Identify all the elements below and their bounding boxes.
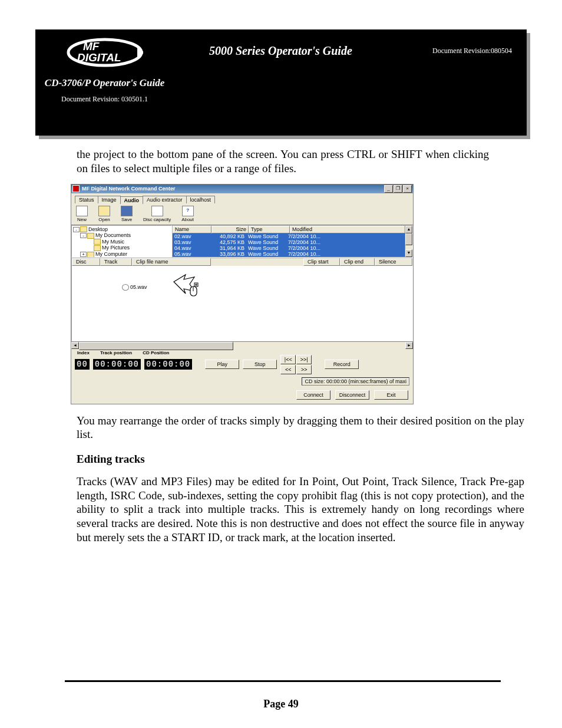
scroll-right-button[interactable]: ► [405, 342, 413, 349]
wav-icon [122, 284, 129, 291]
scroll-down-button[interactable]: ▼ [405, 249, 412, 257]
save-button[interactable]: Save [121, 206, 133, 222]
tab-audio-extractor[interactable]: Audio extractor [143, 196, 187, 203]
col-size[interactable]: Size [211, 226, 249, 233]
intro-paragraph: the project to the bottom pane of the sc… [77, 147, 489, 176]
restore-button[interactable]: ❐ [394, 185, 402, 193]
file-row[interactable]: 03.wav42,575 KBWave Sound7/2/2004 10... [173, 239, 412, 245]
playback-controls: Index Track position CD Position 00 00:0… [71, 349, 413, 375]
tree-item[interactable]: My Pictures [73, 245, 170, 251]
new-button[interactable]: New [76, 206, 88, 222]
tab-bar: StatusImageAudioAudio extractorlocalhost [75, 196, 409, 203]
tree-item[interactable]: +My Computer [73, 251, 170, 258]
document-revision: Document Revision:080504 [432, 44, 512, 55]
forward-button[interactable]: >> [296, 365, 312, 374]
tree-item[interactable]: -Desktop [73, 226, 170, 233]
col-clipfile[interactable]: Clip file name [132, 258, 211, 266]
about-icon: ? [182, 206, 194, 216]
scroll-left-button[interactable]: ◄ [71, 342, 79, 349]
prev-track-button[interactable]: |<< [280, 355, 296, 364]
display-trackpos: 00:00:00 [93, 359, 141, 370]
status-bar: CD size: 00:00:00 (min:sec:frames) of ma… [302, 377, 409, 386]
editing-tracks-heading: Editing tracks [77, 452, 524, 466]
folder-tree[interactable]: -Desktop-My DocumentsMy MusicMy Pictures… [71, 225, 172, 258]
tab-audio[interactable]: Audio [120, 196, 144, 204]
close-button[interactable]: × [403, 185, 412, 193]
rearrange-paragraph: You may rearrange the order of tracks si… [77, 414, 524, 442]
disc-capacity-icon [151, 206, 163, 216]
window-title: MF Digital Network Command Center [80, 186, 384, 192]
playlist-hscroll[interactable]: ◄ ► [71, 341, 413, 349]
exit-button[interactable]: Exit [374, 390, 408, 400]
col-disc[interactable]: Disc [72, 258, 100, 266]
file-row[interactable]: 04.wav31,964 KBWave Sound7/2/2004 10... [173, 245, 412, 251]
page-number: Page 49 [0, 698, 562, 710]
file-row[interactable]: 02.wav40,892 KBWave Sound7/2/2004 10... [173, 233, 412, 239]
display-index: 00 [75, 359, 90, 370]
file-list-header[interactable]: Name Size Type Modified [173, 226, 412, 233]
col-type[interactable]: Type [249, 226, 290, 233]
mf-digital-logo: MF DIGITAL [41, 35, 168, 70]
tab-status[interactable]: Status [75, 196, 98, 203]
document-header: MF DIGITAL CD-3706/P Operator's Guide Do… [35, 29, 527, 136]
left-revision: Document Revision: 030501.1 [41, 95, 168, 104]
titlebar[interactable]: MF Digital Network Command Center _ ❐ × [71, 185, 413, 193]
file-row[interactable]: 05.wav33,896 KBWave Sound7/2/2004 10... [173, 251, 412, 257]
hscroll-thumb[interactable] [79, 342, 233, 350]
app-window: MF Digital Network Command Center _ ❐ × … [71, 184, 414, 404]
col-silence[interactable]: Silence [375, 258, 412, 266]
open-icon [98, 206, 110, 216]
disconnect-button[interactable]: Disconnect [335, 390, 369, 400]
save-icon [121, 206, 133, 216]
editing-tracks-paragraph: Tracks (WAV and MP3 Files) may be edited… [77, 475, 524, 545]
scroll-thumb[interactable] [405, 233, 412, 245]
about-button[interactable]: ?About [181, 206, 194, 222]
col-clipstart[interactable]: Clip start [303, 258, 340, 266]
logo-text-top: MF [83, 40, 100, 52]
drag-ghost-label: 05.wav [130, 284, 147, 290]
tree-item[interactable]: My Music [73, 239, 170, 245]
rewind-button[interactable]: << [280, 365, 296, 374]
label-cdpos: CD Position [143, 350, 169, 355]
connect-button[interactable]: Connect [296, 390, 330, 400]
playlist-pane[interactable]: Disc Track Clip file name Clip start Cli… [71, 258, 413, 341]
left-subtitle: CD-3706/P Operator's Guide [41, 77, 168, 89]
file-list-scrollbar[interactable]: ▲ ▼ [405, 226, 412, 257]
file-list[interactable]: Name Size Type Modified 02.wav40,892 KBW… [172, 225, 413, 258]
logo-text-bottom: DIGITAL [77, 51, 121, 64]
scroll-up-button[interactable]: ▲ [405, 226, 412, 233]
next-track-button[interactable]: >>| [296, 355, 312, 364]
disc-capacity-button[interactable]: Disc capacity [143, 206, 171, 222]
footer-rule [65, 680, 501, 682]
play-button[interactable]: Play [205, 360, 239, 369]
toolbar: NewOpenSaveDisc capacity?About [75, 203, 409, 223]
new-icon [76, 206, 88, 216]
label-trackpos: Track position [100, 350, 132, 355]
app-icon [72, 185, 80, 192]
stop-button[interactable]: Stop [243, 360, 277, 369]
open-button[interactable]: Open [98, 206, 110, 222]
col-clipend[interactable]: Clip end [340, 258, 375, 266]
minimize-button[interactable]: _ [384, 185, 393, 193]
document-title: 5000 Series Operator's Guide [209, 44, 352, 58]
col-track[interactable]: Track [100, 258, 132, 266]
display-cdpos: 00:00:00 [144, 359, 192, 370]
label-index: Index [77, 350, 90, 355]
playlist-header[interactable]: Disc Track Clip file name Clip start Cli… [72, 258, 412, 266]
tree-item[interactable]: -My Documents [73, 232, 170, 239]
tab-image[interactable]: Image [98, 196, 121, 203]
tab-localhost[interactable]: localhost [186, 196, 216, 203]
record-button[interactable]: Record [325, 360, 359, 369]
drag-cursor-icon [171, 269, 203, 302]
col-name[interactable]: Name [173, 226, 211, 233]
drag-ghost: 05.wav [122, 284, 147, 291]
col-modified[interactable]: Modified [290, 226, 412, 233]
